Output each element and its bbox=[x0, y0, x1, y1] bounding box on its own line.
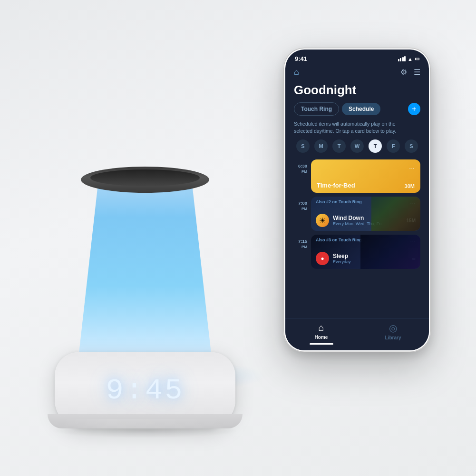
battery-icon: ▭ bbox=[415, 56, 419, 62]
day-button-m[interactable]: M bbox=[314, 139, 328, 153]
day-button-f[interactable]: F bbox=[387, 139, 400, 153]
nav-library-label: Library bbox=[385, 335, 401, 340]
day-button-t2[interactable]: T bbox=[369, 139, 382, 153]
card-bottom-1: Time-for-Bed 30M bbox=[317, 182, 415, 189]
phone-device: 9:41 ▲ ▭ ⌂ bbox=[283, 48, 431, 352]
lamp-device: 9:45 bbox=[45, 71, 245, 428]
day-button-w[interactable]: W bbox=[350, 139, 364, 153]
card-duration-1: 30M bbox=[405, 183, 415, 189]
bottom-nav: ⌂ Home ◎ Library bbox=[285, 318, 429, 350]
nav-active-indicator bbox=[310, 343, 333, 345]
clock-display: 9:45 bbox=[106, 374, 185, 407]
tab-touch-ring[interactable]: Touch Ring bbox=[294, 102, 339, 116]
lamp-base: 9:45 bbox=[55, 352, 235, 428]
nav-library[interactable]: ◎ Library bbox=[357, 322, 429, 345]
item-card-1[interactable]: ··· Time-for-Bed 30M bbox=[311, 159, 420, 193]
day-button-s1[interactable]: S bbox=[296, 139, 310, 153]
tab-schedule[interactable]: Schedule bbox=[342, 103, 380, 115]
page-title: Goodnight bbox=[285, 79, 429, 102]
lamp-base-ring bbox=[48, 414, 243, 428]
card-label-3: Also #3 on Touch Ring bbox=[316, 238, 362, 242]
card-icon-3: ● bbox=[316, 252, 329, 265]
app-header: ⌂ ⚙ ☰ bbox=[285, 64, 429, 79]
card-bg-2 bbox=[371, 197, 421, 231]
scene: 9:45 9:41 ▲ bbox=[0, 0, 476, 476]
phone-screen: 9:41 ▲ ▭ ⌂ bbox=[285, 50, 429, 350]
signal-icon bbox=[398, 56, 406, 61]
schedule-item-3: 7:15 PM Also #3 on Touch Ring ··· ● bbox=[294, 235, 420, 269]
item-time-1: 6:30 PM bbox=[294, 159, 307, 174]
card-bg-3 bbox=[360, 235, 421, 269]
schedule-list: 6:30 PM ··· Time-for-Bed 30M bbox=[285, 159, 429, 318]
schedule-item-2: 7:00 PM Also #2 on Touch Ring ··· ☀ bbox=[294, 197, 420, 231]
card-label-2: Also #2 on Touch Ring bbox=[316, 199, 362, 204]
card-menu-1[interactable]: ··· bbox=[317, 164, 415, 172]
day-button-s2[interactable]: S bbox=[405, 139, 418, 153]
card-title-1: Time-for-Bed bbox=[317, 182, 355, 189]
nav-home-label: Home bbox=[315, 335, 328, 340]
item-card-2[interactable]: Also #2 on Touch Ring ··· ☀ Wind Down Ev… bbox=[311, 197, 420, 231]
add-schedule-button[interactable]: + bbox=[408, 103, 420, 115]
nav-home[interactable]: ⌂ Home bbox=[285, 322, 357, 345]
schedule-item-1: 6:30 PM ··· Time-for-Bed 30M bbox=[294, 159, 420, 193]
schedule-subtitle: Scheduled items will automatically play … bbox=[285, 120, 429, 139]
status-bar: 9:41 ▲ ▭ bbox=[285, 50, 429, 64]
header-icons: ⚙ ☰ bbox=[400, 68, 420, 77]
wifi-icon: ▲ bbox=[408, 56, 413, 62]
home-icon: ⌂ bbox=[318, 322, 324, 333]
library-icon: ◎ bbox=[389, 322, 397, 334]
status-icons: ▲ ▭ bbox=[398, 56, 419, 62]
card-icon-2: ☀ bbox=[316, 214, 329, 227]
item-time-2: 7:00 PM bbox=[294, 197, 307, 211]
day-button-t1[interactable]: T bbox=[332, 139, 346, 153]
tabs-row: Touch Ring Schedule + bbox=[285, 102, 429, 116]
phone-frame: 9:41 ▲ ▭ ⌂ bbox=[283, 48, 431, 352]
settings-icon[interactable]: ⚙ bbox=[400, 68, 407, 77]
app-logo-icon: ⌂ bbox=[294, 67, 299, 77]
lamp-body: 9:45 bbox=[64, 171, 226, 428]
day-selector: S M T W T F S bbox=[285, 139, 429, 159]
item-time-3: 7:15 PM bbox=[294, 235, 307, 249]
lamp-top-ring bbox=[81, 167, 209, 193]
item-card-3[interactable]: Also #3 on Touch Ring ··· ● Sleep Everyd… bbox=[311, 235, 420, 269]
menu-icon[interactable]: ☰ bbox=[414, 68, 420, 77]
status-time: 9:41 bbox=[295, 55, 307, 62]
